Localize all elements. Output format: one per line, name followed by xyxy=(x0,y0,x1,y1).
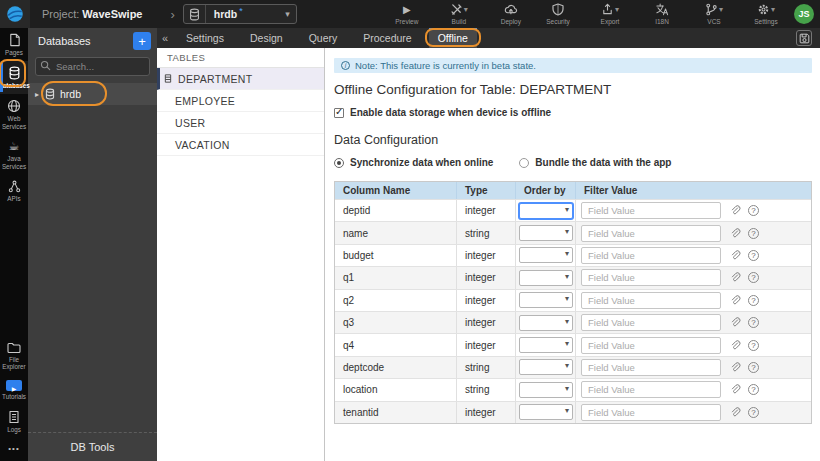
toolbar-left-actions: Preview Build xyxy=(389,3,529,25)
order-by-select[interactable] xyxy=(519,203,573,219)
db-tools-button[interactable]: DB Tools xyxy=(28,432,157,461)
paperclip-icon[interactable] xyxy=(730,384,741,395)
sidebar-item-apis[interactable]: APIs xyxy=(0,175,28,207)
tab-query[interactable]: Query xyxy=(300,28,347,48)
settings-button[interactable]: Settings xyxy=(748,3,784,25)
help-icon[interactable] xyxy=(748,317,759,328)
paperclip-icon[interactable] xyxy=(730,205,741,216)
help-icon[interactable] xyxy=(748,407,759,418)
help-icon[interactable] xyxy=(748,272,759,283)
type-cell: string xyxy=(457,222,516,243)
help-icon[interactable] xyxy=(748,362,759,373)
sidebar-item-tutorials[interactable]: Tutorials xyxy=(0,375,28,405)
deploy-button[interactable]: Deploy xyxy=(493,3,529,25)
order-by-select[interactable] xyxy=(519,404,573,420)
help-icon[interactable] xyxy=(748,205,759,216)
help-icon[interactable] xyxy=(748,295,759,306)
i18n-button[interactable]: I18N xyxy=(644,3,680,25)
table-list-item-department[interactable]: DEPARTMENT xyxy=(157,68,324,90)
filter-value-input[interactable] xyxy=(581,359,721,376)
preview-button[interactable]: Preview xyxy=(389,3,425,25)
order-by-select[interactable] xyxy=(519,315,573,331)
header-type: Type xyxy=(457,182,516,199)
sidebar-item-logs[interactable]: Logs xyxy=(0,405,28,438)
bundle-radio[interactable] xyxy=(519,158,529,168)
filter-value-input[interactable] xyxy=(581,269,721,286)
sidebar-item-java-services[interactable]: Java Services xyxy=(0,134,28,175)
panel-title: Databases xyxy=(38,35,91,47)
toolbar-right-actions: Security Export xyxy=(540,3,784,25)
table-row: name string xyxy=(335,221,811,243)
save-button[interactable] xyxy=(796,30,812,46)
column-name-cell: q3 xyxy=(335,312,457,333)
table-list-item-vacation[interactable]: VACATION xyxy=(157,134,324,156)
folder-icon xyxy=(7,342,21,354)
table-row: deptcode string xyxy=(335,356,811,378)
order-by-select[interactable] xyxy=(519,247,573,263)
order-by-select[interactable] xyxy=(519,225,573,241)
coffee-icon xyxy=(9,139,20,153)
paperclip-icon[interactable] xyxy=(730,317,741,328)
chevron-down-icon xyxy=(565,227,569,236)
paperclip-icon[interactable] xyxy=(730,228,741,239)
help-icon[interactable] xyxy=(748,340,759,351)
table-list-item-user[interactable]: USER xyxy=(157,112,324,134)
filter-value-input[interactable] xyxy=(581,381,721,398)
synchronize-radio[interactable] xyxy=(334,158,344,168)
column-name-cell: deptcode xyxy=(335,357,457,378)
database-search xyxy=(35,56,150,76)
tab-offline[interactable]: Offline xyxy=(429,28,477,48)
search-input[interactable] xyxy=(35,57,150,76)
order-by-select[interactable] xyxy=(519,382,573,398)
build-button[interactable]: Build xyxy=(441,3,477,25)
paperclip-icon[interactable] xyxy=(730,362,741,373)
tab-settings[interactable]: Settings xyxy=(177,28,233,48)
table-row: q3 integer xyxy=(335,311,811,333)
project-name: WaveSwipe xyxy=(82,8,142,20)
chevron-down-icon xyxy=(565,406,569,415)
order-by-select[interactable] xyxy=(519,292,573,308)
sidebar-item-web-services[interactable]: Web Services xyxy=(0,94,28,135)
filter-value-input[interactable] xyxy=(581,247,721,264)
build-icon xyxy=(450,3,463,16)
paperclip-icon[interactable] xyxy=(730,295,741,306)
filter-value-input[interactable] xyxy=(581,202,721,219)
database-tree-item-hrdb[interactable]: hrdb xyxy=(28,83,157,105)
paperclip-icon[interactable] xyxy=(730,340,741,351)
user-avatar[interactable]: JS xyxy=(794,4,814,24)
sidebar-item-databases[interactable]: Databases xyxy=(0,61,28,94)
filter-value-input[interactable] xyxy=(581,292,721,309)
filter-value-input[interactable] xyxy=(581,314,721,331)
more-options-icon[interactable] xyxy=(8,438,19,461)
sidebar-item-file-explorer[interactable]: File Explorer xyxy=(0,337,28,376)
help-icon[interactable] xyxy=(748,228,759,239)
vcs-button[interactable]: VCS xyxy=(696,3,732,25)
collapse-panel-icon[interactable] xyxy=(157,28,173,48)
filter-value-input[interactable] xyxy=(581,225,721,242)
order-by-select[interactable] xyxy=(519,359,573,375)
export-button[interactable]: Export xyxy=(592,3,628,25)
database-selector-dropdown[interactable]: hrdb xyxy=(183,4,297,24)
expand-caret-icon[interactable] xyxy=(35,90,39,99)
paperclip-icon[interactable] xyxy=(730,250,741,261)
add-database-button[interactable] xyxy=(133,32,151,50)
filter-value-input[interactable] xyxy=(581,404,721,421)
sidebar-item-pages[interactable]: Pages xyxy=(0,28,28,61)
help-icon[interactable] xyxy=(748,250,759,261)
type-cell: integer xyxy=(457,200,516,221)
order-by-select[interactable] xyxy=(519,337,573,353)
chevron-down-icon xyxy=(565,272,569,281)
app-logo[interactable] xyxy=(0,0,30,28)
security-button[interactable]: Security xyxy=(540,3,576,25)
help-icon[interactable] xyxy=(748,384,759,395)
paperclip-icon[interactable] xyxy=(730,272,741,283)
tab-design[interactable]: Design xyxy=(241,28,292,48)
order-by-select[interactable] xyxy=(519,270,573,286)
filter-value-input[interactable] xyxy=(581,337,721,354)
type-cell: string xyxy=(457,357,516,378)
paperclip-icon[interactable] xyxy=(730,407,741,418)
chevron-down-icon xyxy=(464,5,468,14)
table-list-item-employee[interactable]: EMPLOYEE xyxy=(157,90,324,112)
enable-offline-storage-checkbox[interactable] xyxy=(334,108,344,118)
tab-procedure[interactable]: Procedure xyxy=(354,28,420,48)
